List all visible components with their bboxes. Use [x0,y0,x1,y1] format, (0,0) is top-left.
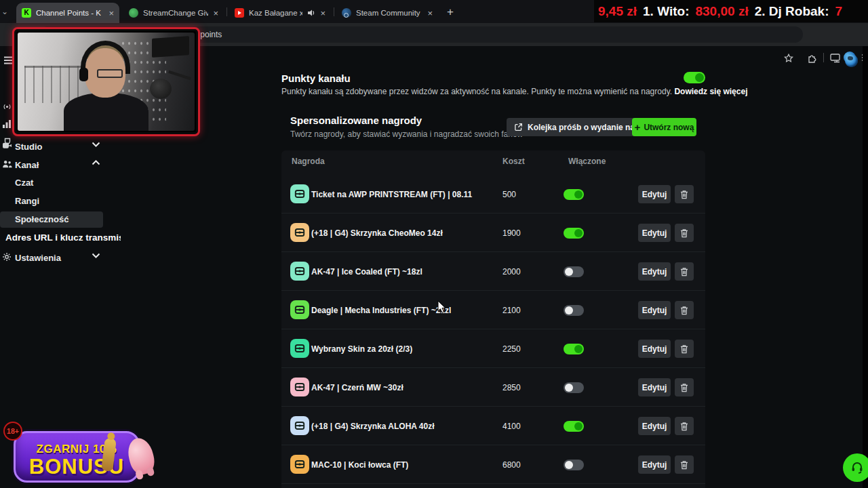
edit-button[interactable]: Edytuj [638,455,671,474]
right-edge-strip [863,46,868,488]
reward-chest-icon [290,416,309,435]
dashboard-profile-avatar[interactable] [845,54,858,67]
headset-icon [850,460,865,475]
tab-close-icon[interactable]: × [108,9,114,18]
bookmark-star-icon[interactable] [784,54,793,63]
tab-streamchange[interactable]: StreamChange Giveaway × [123,3,224,23]
edit-button[interactable]: Edytuj [638,185,671,203]
streamchange-icon [129,8,138,18]
tab-title: Steam Community :: svert ゾ :: l [356,8,421,18]
tab-close-icon[interactable]: × [213,9,218,18]
channel-points-toggle[interactable] [684,72,705,83]
delete-button[interactable] [675,262,694,281]
delete-button[interactable] [675,378,694,396]
col-nagroda: Nagroda [292,157,325,166]
edit-button[interactable]: Edytuj [638,417,671,435]
analytics-chart-icon[interactable] [2,119,12,129]
camera-icon [2,141,12,150]
broadcast-icon[interactable] [2,102,12,112]
page-description: Punkty kanału są zdobywane przez widzów … [281,87,747,96]
sidebar-item-ustawienia[interactable]: Ustawienia [0,249,108,266]
kick-icon: K [22,8,31,18]
reward-chest-icon [290,455,309,474]
extensions-icon[interactable] [807,53,817,63]
trash-icon [680,228,688,238]
tab-channel-points[interactable]: K Channel Points - Kick Dashboa × [16,3,119,23]
reward-cost: 4100 [502,422,521,431]
tab-scroll-chevron-icon[interactable]: ⌄ [1,7,8,16]
learn-more-link[interactable]: Dowiedz się więcej [674,87,747,96]
sidebar-item-studio[interactable]: Studio [0,138,108,155]
promo-body: ZGARNIJ 10% BONUSU [14,431,140,483]
table-row: MAC-10 | Koci łowca (FT) 6800 Edytuj [281,445,705,484]
sidebar-item-label: Kanał [15,160,39,170]
reward-chest-icon [290,339,309,358]
reward-name: AK-47 | Czerń MW ~30zł [311,383,403,392]
trash-icon [680,422,688,431]
reward-toggle[interactable] [564,266,584,277]
delete-button[interactable] [675,417,694,435]
sidebar-item-czat[interactable]: Czat [0,175,108,191]
sidebar-item-spolecznosc[interactable]: Społeczność [0,211,103,228]
trash-icon [680,383,688,392]
reward-name: (+18 | G4) Skrzynka ALOHA 40zł [311,422,435,431]
tab-title: Kaz Bałagane x Belmondo - [249,9,302,17]
reward-toggle[interactable] [564,382,584,393]
reward-cost: 2250 [502,344,521,354]
delete-button[interactable] [675,455,694,474]
reward-toggle[interactable] [564,344,584,354]
reward-cost: 500 [502,190,516,199]
reward-chest-icon [290,378,309,396]
tv-screen [152,36,189,57]
reward-chest-icon [290,184,309,203]
tab-steam[interactable]: Steam Community :: svert ゾ :: l × [336,3,438,23]
col-koszt: Koszt [502,157,525,166]
reward-toggle[interactable] [564,305,584,316]
media-panel-icon[interactable] [830,53,841,63]
reward-toggle[interactable] [564,460,584,470]
promo-line1: ZGARNIJ 10% [16,443,138,456]
chevron-up-icon [92,160,100,165]
delete-button[interactable] [675,301,694,319]
streamer-torso [64,93,149,131]
tab-title: StreamChange Giveaway [143,9,208,17]
delete-button[interactable] [675,340,694,358]
reward-name: Deagle | Mecha Industries (FT) ~21zl [311,306,451,315]
reward-name: (+18 | G4) Skrzynka CheoMeo 14zł [311,228,443,238]
reward-toggle[interactable] [564,189,584,200]
new-tab-button[interactable]: + [442,4,458,20]
edit-button[interactable]: Edytuj [638,224,671,242]
edit-button[interactable]: Edytuj [638,262,671,281]
page-title: Punkty kanału [281,73,351,84]
table-row: AK-47 | Ice Coaled (FT) ~18zl 2000 Edytu… [281,252,705,291]
sidebar-item-adres-url[interactable]: Adres URL i klucz transmisj [5,232,121,243]
tab-title: Channel Points - Kick Dashboa [36,9,101,17]
reward-name: Wybrany Skin za 20zł (2/3) [311,344,412,354]
delete-button[interactable] [675,185,694,203]
sidebar-item-kanal[interactable]: Kanał [0,157,108,173]
toolbar-divider [823,53,824,62]
donor-2-label: 2. Dj Robak: [755,4,829,19]
create-reward-button[interactable]: + Utwórz nową [632,118,696,136]
trash-icon [680,460,688,470]
reward-cost: 2850 [502,383,521,392]
delete-button[interactable] [675,224,694,242]
reward-toggle[interactable] [564,228,584,239]
edit-button[interactable]: Edytuj [638,301,671,319]
microphone [150,79,172,99]
mouse-cursor [437,300,447,314]
support-chat-button[interactable] [843,453,868,482]
edit-button[interactable]: Edytuj [638,378,671,396]
tab-close-icon[interactable]: × [320,9,326,18]
reward-toggle[interactable] [564,421,584,432]
promo-line2: BONUSU [16,455,138,479]
reward-cost: 6800 [502,460,521,470]
table-row: Ticket na AWP PRINTSTREAM (FT) | 08.11 5… [281,175,705,214]
reward-chest-icon [290,223,309,242]
tab-youtube[interactable]: Kaz Bałagane x Belmondo - × [229,3,331,23]
screen: ⌄ K Channel Points - Kick Dashboa × Stre… [0,0,868,488]
tab-audio-icon[interactable] [307,9,315,17]
sidebar-item-rangi[interactable]: Rangi [0,193,108,209]
edit-button[interactable]: Edytuj [638,340,671,358]
tab-close-icon[interactable]: × [427,9,433,18]
